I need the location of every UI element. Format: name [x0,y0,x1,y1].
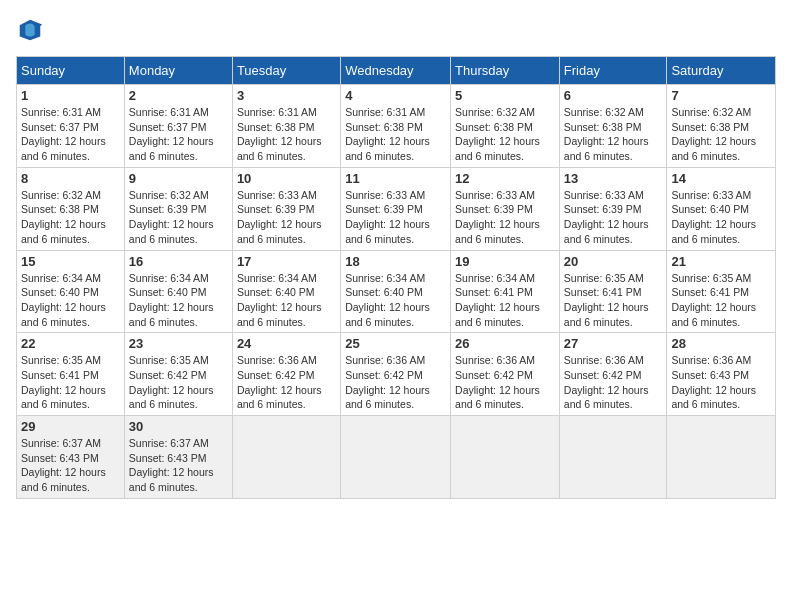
day-number: 18 [345,254,446,269]
day-number: 20 [564,254,663,269]
day-info: Sunrise: 6:34 AMSunset: 6:41 PMDaylight:… [455,272,540,328]
day-number: 6 [564,88,663,103]
calendar-cell: 7 Sunrise: 6:32 AMSunset: 6:38 PMDayligh… [667,85,776,168]
calendar-cell: 20 Sunrise: 6:35 AMSunset: 6:41 PMDaylig… [559,250,667,333]
day-header-monday: Monday [124,57,232,85]
day-info: Sunrise: 6:34 AMSunset: 6:40 PMDaylight:… [237,272,322,328]
day-number: 22 [21,336,120,351]
calendar-cell: 16 Sunrise: 6:34 AMSunset: 6:40 PMDaylig… [124,250,232,333]
day-number: 2 [129,88,228,103]
day-number: 14 [671,171,771,186]
day-number: 27 [564,336,663,351]
calendar-cell [559,416,667,499]
calendar-cell: 21 Sunrise: 6:35 AMSunset: 6:41 PMDaylig… [667,250,776,333]
day-number: 16 [129,254,228,269]
day-info: Sunrise: 6:36 AMSunset: 6:43 PMDaylight:… [671,354,756,410]
calendar-cell: 25 Sunrise: 6:36 AMSunset: 6:42 PMDaylig… [341,333,451,416]
day-info: Sunrise: 6:34 AMSunset: 6:40 PMDaylight:… [129,272,214,328]
day-info: Sunrise: 6:35 AMSunset: 6:41 PMDaylight:… [671,272,756,328]
logo-icon [16,16,44,44]
calendar-cell: 5 Sunrise: 6:32 AMSunset: 6:38 PMDayligh… [451,85,560,168]
day-info: Sunrise: 6:36 AMSunset: 6:42 PMDaylight:… [345,354,430,410]
day-number: 11 [345,171,446,186]
day-number: 29 [21,419,120,434]
calendar-week-4: 22 Sunrise: 6:35 AMSunset: 6:41 PMDaylig… [17,333,776,416]
day-info: Sunrise: 6:35 AMSunset: 6:41 PMDaylight:… [564,272,649,328]
day-number: 13 [564,171,663,186]
calendar-cell: 3 Sunrise: 6:31 AMSunset: 6:38 PMDayligh… [232,85,340,168]
day-number: 1 [21,88,120,103]
day-number: 8 [21,171,120,186]
day-number: 24 [237,336,336,351]
calendar-week-1: 1 Sunrise: 6:31 AMSunset: 6:37 PMDayligh… [17,85,776,168]
calendar-cell [667,416,776,499]
calendar-cell: 22 Sunrise: 6:35 AMSunset: 6:41 PMDaylig… [17,333,125,416]
day-info: Sunrise: 6:33 AMSunset: 6:39 PMDaylight:… [345,189,430,245]
day-header-saturday: Saturday [667,57,776,85]
calendar-header-row: SundayMondayTuesdayWednesdayThursdayFrid… [17,57,776,85]
calendar-cell: 18 Sunrise: 6:34 AMSunset: 6:40 PMDaylig… [341,250,451,333]
calendar-cell: 10 Sunrise: 6:33 AMSunset: 6:39 PMDaylig… [232,167,340,250]
calendar-cell: 29 Sunrise: 6:37 AMSunset: 6:43 PMDaylig… [17,416,125,499]
day-info: Sunrise: 6:31 AMSunset: 6:38 PMDaylight:… [237,106,322,162]
calendar-cell: 17 Sunrise: 6:34 AMSunset: 6:40 PMDaylig… [232,250,340,333]
calendar-week-5: 29 Sunrise: 6:37 AMSunset: 6:43 PMDaylig… [17,416,776,499]
day-info: Sunrise: 6:33 AMSunset: 6:39 PMDaylight:… [564,189,649,245]
calendar-cell: 4 Sunrise: 6:31 AMSunset: 6:38 PMDayligh… [341,85,451,168]
calendar-cell [341,416,451,499]
day-number: 10 [237,171,336,186]
day-info: Sunrise: 6:36 AMSunset: 6:42 PMDaylight:… [564,354,649,410]
calendar-cell: 1 Sunrise: 6:31 AMSunset: 6:37 PMDayligh… [17,85,125,168]
calendar-cell: 19 Sunrise: 6:34 AMSunset: 6:41 PMDaylig… [451,250,560,333]
calendar-cell: 13 Sunrise: 6:33 AMSunset: 6:39 PMDaylig… [559,167,667,250]
calendar-cell: 9 Sunrise: 6:32 AMSunset: 6:39 PMDayligh… [124,167,232,250]
day-info: Sunrise: 6:33 AMSunset: 6:40 PMDaylight:… [671,189,756,245]
day-header-thursday: Thursday [451,57,560,85]
day-info: Sunrise: 6:35 AMSunset: 6:41 PMDaylight:… [21,354,106,410]
logo [16,16,48,44]
calendar-cell [451,416,560,499]
day-number: 21 [671,254,771,269]
day-info: Sunrise: 6:31 AMSunset: 6:37 PMDaylight:… [129,106,214,162]
calendar-cell: 15 Sunrise: 6:34 AMSunset: 6:40 PMDaylig… [17,250,125,333]
day-info: Sunrise: 6:31 AMSunset: 6:38 PMDaylight:… [345,106,430,162]
calendar-cell: 23 Sunrise: 6:35 AMSunset: 6:42 PMDaylig… [124,333,232,416]
day-info: Sunrise: 6:37 AMSunset: 6:43 PMDaylight:… [129,437,214,493]
day-info: Sunrise: 6:31 AMSunset: 6:37 PMDaylight:… [21,106,106,162]
calendar-cell: 14 Sunrise: 6:33 AMSunset: 6:40 PMDaylig… [667,167,776,250]
day-header-friday: Friday [559,57,667,85]
day-info: Sunrise: 6:32 AMSunset: 6:38 PMDaylight:… [21,189,106,245]
day-info: Sunrise: 6:32 AMSunset: 6:38 PMDaylight:… [671,106,756,162]
day-number: 23 [129,336,228,351]
day-info: Sunrise: 6:32 AMSunset: 6:38 PMDaylight:… [564,106,649,162]
calendar-cell: 6 Sunrise: 6:32 AMSunset: 6:38 PMDayligh… [559,85,667,168]
calendar-cell: 24 Sunrise: 6:36 AMSunset: 6:42 PMDaylig… [232,333,340,416]
day-number: 3 [237,88,336,103]
calendar-cell: 27 Sunrise: 6:36 AMSunset: 6:42 PMDaylig… [559,333,667,416]
calendar-week-2: 8 Sunrise: 6:32 AMSunset: 6:38 PMDayligh… [17,167,776,250]
page-header [16,16,776,44]
day-info: Sunrise: 6:36 AMSunset: 6:42 PMDaylight:… [237,354,322,410]
day-number: 19 [455,254,555,269]
day-info: Sunrise: 6:33 AMSunset: 6:39 PMDaylight:… [455,189,540,245]
day-header-sunday: Sunday [17,57,125,85]
calendar-cell: 11 Sunrise: 6:33 AMSunset: 6:39 PMDaylig… [341,167,451,250]
calendar-cell: 12 Sunrise: 6:33 AMSunset: 6:39 PMDaylig… [451,167,560,250]
calendar-table: SundayMondayTuesdayWednesdayThursdayFrid… [16,56,776,499]
day-header-tuesday: Tuesday [232,57,340,85]
day-number: 30 [129,419,228,434]
day-number: 7 [671,88,771,103]
day-info: Sunrise: 6:33 AMSunset: 6:39 PMDaylight:… [237,189,322,245]
calendar-cell: 28 Sunrise: 6:36 AMSunset: 6:43 PMDaylig… [667,333,776,416]
day-info: Sunrise: 6:32 AMSunset: 6:38 PMDaylight:… [455,106,540,162]
calendar-cell: 2 Sunrise: 6:31 AMSunset: 6:37 PMDayligh… [124,85,232,168]
day-number: 5 [455,88,555,103]
calendar-week-3: 15 Sunrise: 6:34 AMSunset: 6:40 PMDaylig… [17,250,776,333]
day-header-wednesday: Wednesday [341,57,451,85]
day-number: 4 [345,88,446,103]
day-number: 17 [237,254,336,269]
day-number: 25 [345,336,446,351]
day-info: Sunrise: 6:36 AMSunset: 6:42 PMDaylight:… [455,354,540,410]
day-info: Sunrise: 6:34 AMSunset: 6:40 PMDaylight:… [21,272,106,328]
day-number: 26 [455,336,555,351]
